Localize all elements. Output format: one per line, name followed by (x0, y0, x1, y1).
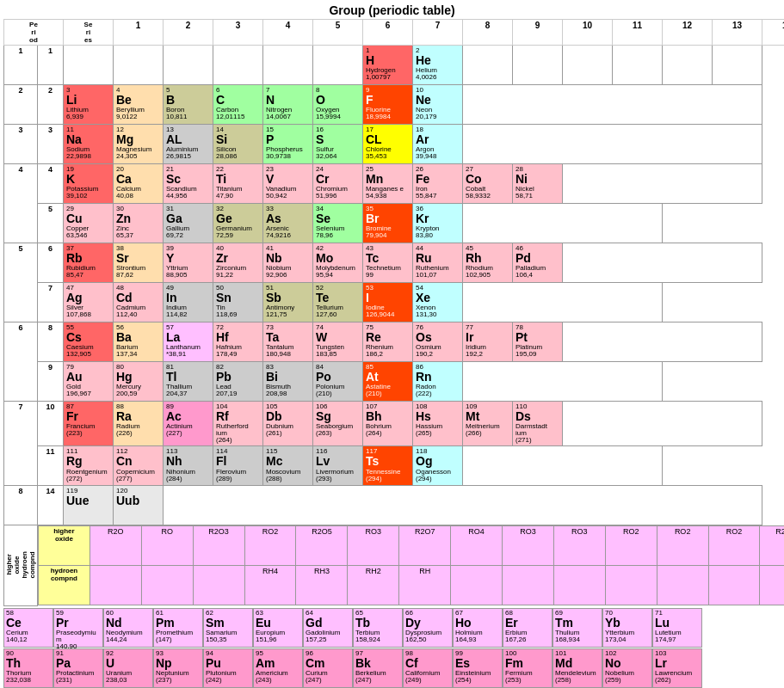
element-Os[interactable]: 76 Os Osmium 190,2 (413, 322, 463, 362)
element-Lr[interactable]: 103 Lr Lawrencium (262) (652, 648, 702, 688)
element-Li[interactable]: 3 Li Lithium 6,939 (64, 85, 114, 125)
element-Es[interactable]: 99 Es Einsteinium (254) (453, 648, 503, 688)
element-Mg[interactable]: 12 Mg Magnesium 24,305 (114, 125, 164, 164)
element-In[interactable]: 49 In Indium 114,82 (164, 283, 213, 322)
element-Ho[interactable]: 67 Ho Holmium 164,93 (453, 608, 503, 648)
element-Rh[interactable]: 45 Rh Rhodium 102,905 (463, 243, 513, 283)
element-C[interactable]: 6 C Carbon 12,01115 (213, 85, 263, 125)
element-Fm[interactable]: 100 Fm Fermium (253) (503, 648, 553, 688)
element-Ds[interactable]: 110 Ds Darmstadt ium (271) (513, 402, 563, 446)
element-Md[interactable]: 101 Md Mendelevium (258) (553, 648, 602, 688)
element-O[interactable]: 8 O Oxygen 15,9994 (313, 85, 363, 125)
element-U[interactable]: 92 U Uranium 238,03 (103, 648, 153, 688)
element-Pd[interactable]: 46 Pd Palladium 106,4 (513, 243, 563, 283)
element-W[interactable]: 74 W Tungsten 183,85 (313, 322, 363, 362)
element-Ga[interactable]: 31 Ga Gallium 69,72 (164, 204, 213, 243)
element-Ti[interactable]: 22 Ti Titanium 47,90 (213, 164, 263, 204)
element-Hs[interactable]: 108 Hs Hassium (265) (413, 402, 463, 446)
element-Cn[interactable]: 112 Cn Copernicium (277) (114, 446, 164, 486)
element-Lu[interactable]: 71 Lu Lutetium 174,97 (652, 608, 702, 648)
element-Zn[interactable]: 30 Zn Zinc 65,37 (114, 204, 164, 243)
element-Ca[interactable]: 20 Ca Calcium 40,08 (114, 164, 164, 204)
element-Ru[interactable]: 44 Ru Ruthenium 101,07 (413, 243, 463, 283)
element-Am[interactable]: 95 Am Americium (243) (253, 648, 303, 688)
element-Pb[interactable]: 82 Pb Lead 207,19 (213, 362, 263, 402)
element-Tl[interactable]: 81 Tl Thallium 204,37 (164, 362, 213, 402)
element-Sm[interactable]: 62 Sm Samarium 150,35 (203, 608, 253, 648)
element-K[interactable]: 19 K Potassium 39,102 (64, 164, 114, 204)
element-Po[interactable]: 84 Po Polonium (210) (313, 362, 363, 402)
element-Ne[interactable]: 10 Ne Neon 20,179 (413, 85, 463, 125)
element-Ta[interactable]: 73 Ta Tantalum 180,948 (263, 322, 313, 362)
element-Be[interactable]: 4 Be Beryllium 9,0122 (114, 85, 164, 125)
element-Xe[interactable]: 54 Xe Xenon 131,30 (413, 283, 463, 322)
element-Cm[interactable]: 96 Cm Curium (247) (303, 648, 353, 688)
element-Co[interactable]: 27 Co Cobalt 58,9332 (463, 164, 513, 204)
element-Cu[interactable]: 29 Cu Copper 63,546 (64, 204, 114, 243)
element-Nh[interactable]: 113 Nh Nihonium (284) (164, 446, 213, 486)
element-H[interactable]: 1 H Hydrogen 1,00797 (363, 46, 413, 85)
element-Fe[interactable]: 26 Fe Iron 55,847 (413, 164, 463, 204)
element-Nb[interactable]: 41 Nb Niobium 92,906 (263, 243, 313, 283)
element-Yb[interactable]: 70 Yb Ytterbium 173,04 (602, 608, 652, 648)
element-Ce[interactable]: 58 Ce Cerium 140,12 (3, 608, 53, 648)
element-Cl[interactable]: 17 CL Chlorine 35,453 (363, 125, 413, 164)
element-Te[interactable]: 52 Te Tellurium 127,60 (313, 283, 363, 322)
element-Ni[interactable]: 28 Ni Nickel 58,71 (513, 164, 563, 204)
element-Kr[interactable]: 36 Kr Krypton 83,80 (413, 204, 463, 243)
element-P[interactable]: 15 P Phospherus 30,9738 (263, 125, 313, 164)
element-B[interactable]: 5 B Boron 10,811 (164, 85, 213, 125)
element-Og[interactable]: 118 Og Oganesson (294) (413, 446, 463, 486)
element-Au[interactable]: 79 Au Gold 196,967 (64, 362, 114, 402)
element-Sb[interactable]: 51 Sb Antimony 121,75 (263, 283, 313, 322)
element-Cs[interactable]: 55 Cs Caesium 132,905 (64, 322, 114, 362)
element-Mo[interactable]: 42 Mo Molybdenum 95,94 (313, 243, 363, 283)
element-No[interactable]: 102 No Nobelium (259) (602, 648, 652, 688)
element-Ba[interactable]: 56 Ba Barium 137,34 (114, 322, 164, 362)
element-Si[interactable]: 14 Si Silicon 28,086 (213, 125, 263, 164)
element-Tc[interactable]: 43 Tc Technetium 99 (363, 243, 413, 283)
element-Bi[interactable]: 83 Bi Bismuth 208,98 (263, 362, 313, 402)
element-Ac[interactable]: 89 Ac Actinium (227) (164, 402, 213, 446)
element-Fr[interactable]: 87 Fr Francium (223) (64, 402, 114, 446)
element-Pt[interactable]: 78 Pt Platinum 195,09 (513, 322, 563, 362)
element-Uue[interactable]: 119 Uue (64, 486, 114, 525)
element-Np[interactable]: 93 Np Neptunium (237) (153, 648, 203, 688)
element-Y[interactable]: 39 Y Yttrium 88,905 (164, 243, 213, 283)
element-Ag[interactable]: 47 Ag Silver 107,868 (64, 283, 114, 322)
element-Cd[interactable]: 48 Cd Cadmium 112,40 (114, 283, 164, 322)
element-Pu[interactable]: 94 Pu Plutonium (242) (203, 648, 253, 688)
element-Na[interactable]: 11 Na Sodium 22,9898 (64, 125, 114, 164)
element-Hg[interactable]: 80 Hg Mercury 200,59 (114, 362, 164, 402)
element-Pr[interactable]: 59 Pr Praseodymiu m 140,90 (53, 608, 103, 648)
element-Ra[interactable]: 88 Ra Radium (226) (114, 402, 164, 446)
element-He[interactable]: 2 He Helium 4,0026 (413, 46, 463, 85)
element-Db[interactable]: 105 Db Dubnium (261) (263, 402, 313, 446)
element-La[interactable]: 57 La Lanthanum *38,91 (164, 322, 213, 362)
element-Hf[interactable]: 72 Hf Hafnium 178,49 (213, 322, 263, 362)
element-Zr[interactable]: 40 Zr Zirconium 91,22 (213, 243, 263, 283)
element-I[interactable]: 53 I Iodine 126,9044 (363, 283, 413, 322)
element-Sr[interactable]: 38 Sr Strontium 87,62 (114, 243, 164, 283)
element-Er[interactable]: 68 Er Erbium 167,26 (503, 608, 553, 648)
element-Al[interactable]: 13 AL Aluminium 26,9815 (164, 125, 213, 164)
element-Dy[interactable]: 66 Dy Dysprosium 162,50 (403, 608, 453, 648)
element-S[interactable]: 16 S Sulfur 32,064 (313, 125, 363, 164)
element-Mt[interactable]: 109 Mt Meitnerium (266) (463, 402, 513, 446)
element-Cr[interactable]: 24 Cr Chromium 51,996 (313, 164, 363, 204)
element-Lv[interactable]: 116 Lv Livermorium (293) (313, 446, 363, 486)
element-Sn[interactable]: 50 Sn Tin 118,69 (213, 283, 263, 322)
element-Gd[interactable]: 64 Gd Gadolinium 157,25 (303, 608, 353, 648)
element-Eu[interactable]: 63 Eu Europium 151,96 (253, 608, 303, 648)
element-Rf[interactable]: 104 Rf Rutherford ium (264) (213, 402, 263, 446)
element-Ir[interactable]: 77 Ir Iridium 192,2 (463, 322, 513, 362)
element-Mc[interactable]: 115 Mc Moscovium (288) (263, 446, 313, 486)
element-Sg[interactable]: 106 Sg Seaborgium (263) (313, 402, 363, 446)
element-As[interactable]: 33 As Arsenic 74,9216 (263, 204, 313, 243)
element-Se[interactable]: 34 Se Selenium 78,96 (313, 204, 363, 243)
element-Fl[interactable]: 114 Fl Flerovium (289) (213, 446, 263, 486)
element-Pa[interactable]: 91 Pa Protactinium (231) (53, 648, 103, 688)
element-Ge[interactable]: 32 Ge Germanium 72,59 (213, 204, 263, 243)
element-Re[interactable]: 75 Re Rhenium 186,2 (363, 322, 413, 362)
element-F[interactable]: 9 F Fluorine 18,9984 (363, 85, 413, 125)
